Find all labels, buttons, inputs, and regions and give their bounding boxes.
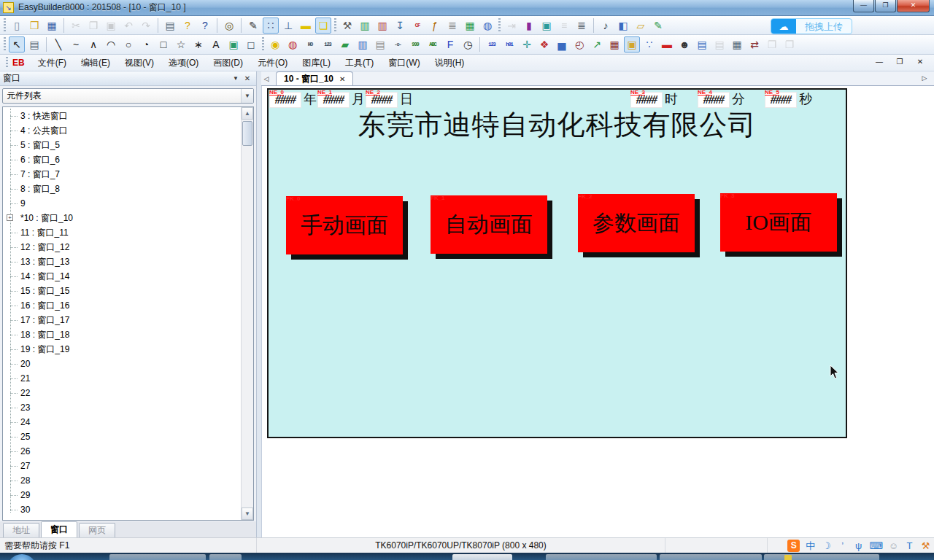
editor-canvas[interactable]: NE_0####年NE_1####月NE_2####日 NE_3####时NE_… (261, 86, 934, 537)
csv-icon[interactable]: ≣ (444, 18, 460, 34)
drag-upload-button[interactable]: ☁ 拖拽上传 (771, 18, 852, 34)
start-button[interactable] (7, 554, 36, 560)
sound-lib-icon[interactable]: ♪ (598, 18, 614, 34)
keyboard-icon[interactable]: ⌨ (869, 540, 883, 553)
shape-lib-icon[interactable]: ≡ (556, 18, 572, 34)
download-icon[interactable]: ↧ (392, 18, 408, 34)
tree-item[interactable]: 23 (3, 400, 241, 415)
tree-item[interactable]: 16 : 窗口_16 (3, 298, 241, 313)
direct-window-icon[interactable]: F (442, 36, 458, 52)
combobox-arrow-icon[interactable]: ▼ (241, 89, 253, 103)
taskbar-button[interactable] (764, 554, 879, 560)
ascii-input-icon[interactable]: ABC (425, 36, 441, 52)
maximize-button[interactable]: ❐ (875, 0, 896, 12)
bit-switch-icon[interactable]: HO (302, 36, 318, 52)
arc-tool-icon[interactable]: ◠ (103, 36, 119, 52)
cut-icon[interactable]: ✂ (68, 18, 84, 34)
memo-icon[interactable]: ✎ (650, 18, 666, 34)
tree-item[interactable]: 17 : 窗口_17 (3, 313, 241, 327)
pen-icon[interactable]: ✎ (245, 18, 261, 34)
tree-item[interactable]: 5 : 窗口_5 (3, 138, 241, 152)
bezier-tool-icon[interactable]: ~ (68, 36, 84, 52)
file-browser-icon[interactable]: ❐ (781, 36, 798, 52)
tree-item[interactable]: 25 (3, 429, 241, 444)
trend-icon[interactable]: ↗ (589, 36, 605, 52)
scroll-up-icon[interactable]: ▲ (242, 107, 253, 120)
screen-button-自动画面[interactable]: FK_1自动画面 (431, 195, 547, 254)
slider-icon[interactable]: -o- (390, 36, 406, 52)
meter-icon[interactable]: ◴ (571, 36, 587, 52)
numeric-input-icon[interactable]: 999 (407, 36, 423, 52)
chinese-mode-icon[interactable]: 中 (805, 540, 816, 553)
clock-icon[interactable]: ◷ (460, 36, 476, 52)
tree-item[interactable]: 7 : 窗口_7 (3, 167, 241, 182)
panel-tab-网页[interactable]: 网页 (79, 523, 115, 537)
screen-button-手动画面[interactable]: FK_0手动画面 (286, 196, 403, 254)
pie-tool-icon[interactable]: ◔ (138, 36, 154, 52)
scatter-icon[interactable]: ∵ (641, 36, 657, 52)
print-icon[interactable]: ▤ (162, 18, 178, 34)
screen-button-IO画面[interactable]: FK_3IO画面 (720, 193, 837, 252)
sogou-logo-icon[interactable]: S (787, 540, 800, 552)
compile-icon[interactable]: ⚒ (339, 18, 355, 34)
online-sim-icon[interactable]: ▥ (357, 18, 373, 34)
layers-icon[interactable]: ❏ (315, 18, 331, 34)
tree-item[interactable]: 4 : 公共窗口 (3, 123, 241, 138)
menu-item[interactable]: 工具(T) (338, 55, 381, 71)
tree-item[interactable]: 22 (3, 386, 241, 400)
tree-item[interactable]: 29 (3, 488, 241, 502)
punctuation-icon[interactable]: ’ (837, 540, 848, 553)
tree-item[interactable]: 12 : 窗口_12 (3, 240, 241, 254)
frame-tool-icon[interactable]: ◻ (243, 36, 259, 52)
data-transfer-icon[interactable]: ⇄ (746, 36, 763, 52)
menu-item[interactable]: 选项(O) (161, 55, 206, 71)
alarm-bar-icon[interactable]: ▬ (659, 36, 675, 52)
tree-item[interactable]: 3 : 快选窗口 (3, 109, 241, 123)
tab-close-icon[interactable]: ✕ (339, 75, 345, 83)
scale-tool-icon[interactable]: ∗ (190, 36, 207, 52)
tree-item[interactable]: 13 : 窗口_13 (3, 254, 241, 269)
tag-lib-icon[interactable]: ▱ (633, 18, 649, 34)
tab-scroll-right-icon[interactable]: ▷ (919, 71, 930, 85)
tree-item[interactable]: 30 (3, 502, 241, 517)
tree-item[interactable]: 20 (3, 357, 241, 371)
group-lib-icon[interactable]: ≣ (574, 18, 590, 34)
text-tool-icon[interactable]: A (208, 36, 224, 52)
datetime-element[interactable]: NE_3####时 (631, 90, 678, 108)
menu-item[interactable]: 文件(F) (31, 55, 74, 71)
picture-view-icon[interactable]: ▣ (624, 36, 640, 52)
globe-icon[interactable]: ◍ (479, 18, 495, 34)
history-table-icon[interactable]: ▦ (606, 36, 622, 52)
window-bg-icon[interactable]: ▬ (298, 18, 314, 34)
tree-item[interactable]: 19 : 窗口_19 (3, 342, 241, 357)
scrollbar-thumb[interactable] (242, 121, 252, 146)
tree-item[interactable]: 24 (3, 415, 241, 429)
tree-item[interactable]: 11 : 窗口_11 (3, 225, 241, 240)
menu-item[interactable]: 说明(H) (428, 55, 472, 71)
tree-item[interactable]: 18 : 窗口_18 (3, 327, 241, 342)
exit-icon[interactable]: ⇥ (503, 18, 520, 34)
panel-collapse-icon[interactable]: ▼ (230, 75, 242, 82)
redo-icon[interactable]: ↷ (138, 18, 154, 34)
function-key-icon[interactable]: ▰ (337, 36, 353, 52)
hmi-screen[interactable]: NE_0####年NE_1####月NE_2####日 NE_3####时NE_… (267, 88, 847, 438)
object-list-combobox[interactable]: 元件列表 ▼ (2, 88, 254, 104)
event-display-icon[interactable]: ▤ (694, 36, 710, 52)
move-shape-icon[interactable]: ✛ (519, 36, 535, 52)
taskbar-button[interactable] (209, 554, 242, 560)
picture-tool-icon[interactable]: ▣ (225, 36, 242, 52)
tree-item[interactable]: 15 : 窗口_15 (3, 284, 241, 298)
label-lib-icon[interactable]: ◧ (615, 18, 631, 34)
offline-sim-icon[interactable]: ▥ (374, 18, 390, 34)
new-file-icon[interactable]: ▯ (9, 18, 25, 34)
align-icon[interactable]: ⊥ (280, 18, 296, 34)
select-cursor-icon[interactable]: ↖ (9, 36, 25, 52)
ascii-display-icon[interactable]: h01 (501, 36, 517, 52)
tree-item[interactable]: 14 : 窗口_14 (3, 269, 241, 284)
datetime-element[interactable]: NE_2####日 (366, 90, 413, 108)
schedule-icon[interactable]: ▦ (729, 36, 745, 52)
find-icon[interactable]: ◎ (221, 18, 237, 34)
menu-item[interactable]: 元件(O) (250, 55, 295, 71)
night-mode-icon[interactable]: ☽ (821, 540, 832, 553)
object-properties-icon[interactable]: ▤ (26, 36, 42, 52)
